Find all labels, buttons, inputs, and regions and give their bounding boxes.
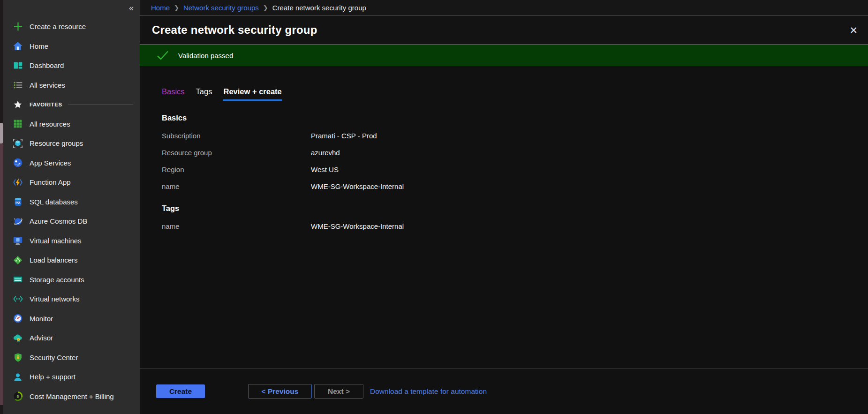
sidebar-item-label: Advisor (30, 334, 53, 342)
validation-banner: Validation passed (140, 44, 868, 66)
breadcrumb-current: Create network security group (272, 4, 366, 12)
list-icon (12, 79, 23, 90)
sidebar-item-label: Function App (30, 178, 71, 186)
sidebar-collapse-button[interactable]: « (129, 4, 134, 12)
lightning-icon (12, 177, 23, 188)
scrollbar-thumb[interactable] (0, 123, 3, 143)
review-create-content: Basics Tags Review + create Basics Subsc… (140, 66, 868, 368)
background-page-sliver (0, 0, 3, 414)
sidebar-item-all-services[interactable]: All services (3, 75, 140, 95)
row-label: Subscription (162, 132, 311, 140)
sidebar-item-dashboard[interactable]: Dashboard (3, 56, 140, 75)
sidebar-item-label: Virtual networks (30, 295, 79, 303)
breadcrumb-home-link[interactable]: Home (151, 4, 170, 12)
dollar-donut-icon: $ (12, 391, 23, 402)
sidebar-item-label: All services (30, 81, 65, 89)
checkmark-icon (156, 50, 169, 61)
section-basics: Basics Subscription Pramati - CSP - Prod… (162, 113, 849, 195)
row-value: Pramati - CSP - Prod (311, 132, 377, 140)
previous-button[interactable]: < Previous (248, 384, 312, 399)
chevron-right-icon: ❯ (263, 4, 268, 11)
sidebar-item-label: Cost Management + Billing (30, 392, 114, 400)
row-value: WME-SG-Workspace-Internal (311, 222, 404, 230)
sidebar-item-label: Storage accounts (30, 276, 84, 284)
sidebar-item-all-resources[interactable]: All resources (3, 114, 140, 134)
gauge-icon (12, 313, 23, 324)
svg-text:$: $ (17, 394, 19, 399)
breadcrumb-nsg-link[interactable]: Network security groups (183, 4, 259, 12)
review-row-name: name WME-SG-Workspace-Internal (162, 178, 849, 195)
row-label: Resource group (162, 149, 311, 157)
sidebar-item-label: Azure Cosmos DB (30, 217, 87, 225)
sidebar-item-label: Virtual machines (30, 237, 82, 245)
dashboard-icon (12, 60, 23, 71)
section-heading: Basics (162, 113, 849, 122)
sidebar-section-favorites: FAVORITES (3, 95, 140, 114)
planet-icon (12, 216, 23, 227)
sidebar-item-label: Home (30, 42, 48, 50)
row-label: Region (162, 166, 311, 173)
sidebar-item-storage-accounts[interactable]: Storage accounts (3, 270, 140, 290)
sidebar-item-label: App Services (30, 159, 71, 167)
globe-icon (12, 157, 23, 168)
review-row-region: Region West US (162, 161, 849, 178)
section-tags: Tags name WME-SG-Workspace-Internal (162, 204, 849, 234)
tab-tags[interactable]: Tags (196, 87, 212, 101)
section-heading: Tags (162, 204, 849, 213)
sidebar-item-azure-cosmos-db[interactable]: Azure Cosmos DB (3, 211, 140, 231)
sidebar: « Create a resource Home Dashboard (3, 0, 140, 414)
sidebar-item-create-a-resource[interactable]: Create a resource (3, 17, 140, 37)
azure-portal-window: « Create a resource Home Dashboard (0, 0, 868, 414)
sidebar-item-label: All resources (30, 120, 70, 128)
validation-message: Validation passed (178, 52, 233, 60)
sidebar-item-security-center[interactable]: Security Center (3, 348, 140, 368)
page-title: Create network security group (152, 23, 845, 37)
sidebar-item-label: Help + support (30, 373, 75, 381)
sidebar-section-label: FAVORITES (30, 102, 62, 107)
chevron-right-icon: ❯ (174, 4, 179, 11)
sidebar-item-cost-management-billing[interactable]: $ Cost Management + Billing (3, 387, 140, 406)
tab-bar: Basics Tags Review + create (162, 87, 849, 101)
sidebar-item-help-support[interactable]: Help + support (3, 367, 140, 387)
row-value: West US (311, 166, 339, 173)
sidebar-item-sql-databases[interactable]: SQL SQL databases (3, 192, 140, 212)
sidebar-item-advisor[interactable]: Advisor (3, 328, 140, 348)
row-value: azurevhd (311, 149, 340, 157)
row-value: WME-SG-Workspace-Internal (311, 182, 404, 190)
sidebar-item-function-app[interactable]: Function App (3, 173, 140, 192)
row-label: name (162, 222, 311, 230)
database-icon: SQL (12, 196, 23, 207)
sidebar-item-monitor[interactable]: Monitor (3, 309, 140, 329)
sidebar-nav: Create a resource Home Dashboard (3, 0, 140, 406)
home-icon (12, 40, 23, 52)
network-icon (12, 294, 23, 305)
sidebar-item-label: Resource groups (30, 139, 83, 147)
tab-basics[interactable]: Basics (162, 87, 185, 101)
sidebar-item-label: SQL databases (30, 198, 78, 206)
create-button[interactable]: Create (156, 384, 205, 398)
row-label: name (162, 182, 311, 190)
sidebar-item-load-balancers[interactable]: Load balancers (3, 250, 140, 270)
review-row-resource-group: Resource group azurevhd (162, 144, 849, 161)
background-accent-strip (0, 143, 3, 405)
cube-icon (12, 138, 23, 149)
sidebar-item-label: Dashboard (30, 61, 64, 69)
sidebar-item-label: Monitor (30, 315, 53, 323)
breadcrumb: Home ❯ Network security groups ❯ Create … (140, 0, 868, 16)
sidebar-item-resource-groups[interactable]: Resource groups (3, 134, 140, 153)
diamond-icon (12, 255, 23, 266)
sidebar-item-app-services[interactable]: App Services (3, 153, 140, 173)
svg-text:SQL: SQL (15, 201, 21, 204)
plus-icon (12, 21, 23, 32)
close-icon[interactable]: ✕ (845, 23, 861, 37)
download-template-link[interactable]: Download a template for automation (370, 387, 487, 396)
blade-header: Create network security group ✕ (140, 16, 868, 44)
sidebar-item-virtual-machines[interactable]: Virtual machines (3, 231, 140, 251)
favorites-divider (68, 104, 133, 105)
star-icon (12, 99, 23, 110)
tab-review-create[interactable]: Review + create (223, 87, 281, 101)
sidebar-item-virtual-networks[interactable]: Virtual networks (3, 289, 140, 309)
sidebar-item-label: Security Center (30, 354, 78, 361)
next-button[interactable]: Next > (314, 384, 363, 399)
sidebar-item-home[interactable]: Home (3, 37, 140, 56)
